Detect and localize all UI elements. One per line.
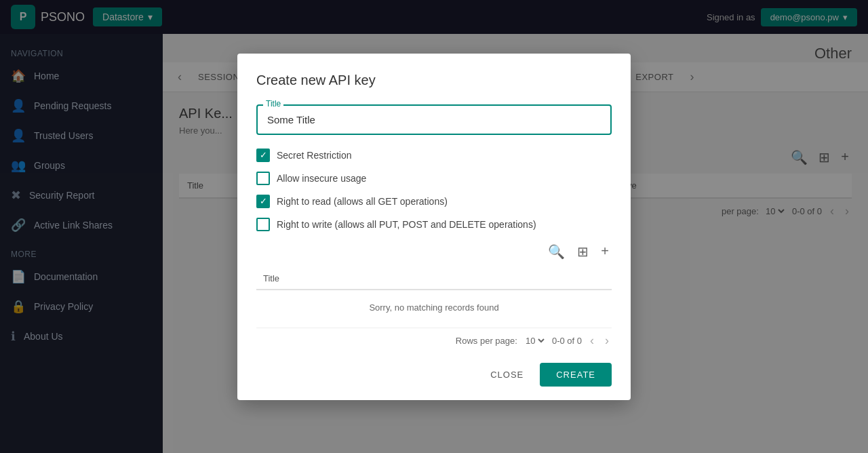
modal-columns-icon[interactable]: ⊞ — [574, 241, 591, 262]
checkbox-write-right[interactable]: Right to write (allows all PUT, POST and… — [256, 218, 612, 231]
checkbox-icon-allow-insecure[interactable] — [256, 172, 270, 185]
modal-action-row: CLOSE CREATE — [256, 357, 612, 387]
checkbox-label-allow-insecure: Allow insecure usage — [277, 173, 366, 184]
modal-pagination-range: 0-0 of 0 — [552, 336, 582, 346]
modal-col-title: Title — [256, 268, 612, 290]
modal-rows-per-page-label: Rows per page: — [456, 336, 517, 346]
checkbox-allow-insecure[interactable]: Allow insecure usage — [256, 172, 612, 185]
checkbox-icon-read-right[interactable] — [256, 195, 270, 208]
modal-search-icon[interactable]: 🔍 — [545, 241, 568, 262]
modal-title: Create new API key — [256, 73, 612, 88]
checkbox-read-right[interactable]: Right to read (allows all GET operations… — [256, 195, 612, 208]
modal-rows-per-page-select[interactable]: 10 25 50 — [523, 335, 547, 347]
title-field-label: Title — [263, 99, 283, 109]
title-form-field: Title — [256, 104, 612, 135]
title-input[interactable] — [256, 104, 612, 135]
checkbox-secret-restriction[interactable]: Secret Restriction — [256, 149, 612, 162]
create-button[interactable]: CREATE — [540, 363, 612, 387]
checkbox-icon-secret-restriction[interactable] — [256, 149, 270, 162]
no-records-row: Sorry, no matching records found — [256, 290, 612, 325]
modal-overlay: Create new API key Title Secret Restrict… — [0, 0, 868, 453]
modal-secrets-table: Title Sorry, no matching records found — [256, 268, 612, 325]
checkbox-icon-write-right[interactable] — [256, 218, 270, 231]
no-records-text: Sorry, no matching records found — [256, 290, 612, 325]
modal-prev-page-button[interactable]: ‹ — [587, 334, 597, 348]
create-api-key-modal: Create new API key Title Secret Restrict… — [237, 54, 631, 400]
modal-table-footer: Rows per page: 10 25 50 0-0 of 0 ‹ › — [256, 328, 612, 357]
checkbox-label-write-right: Right to write (allows all PUT, POST and… — [277, 219, 536, 230]
checkbox-label-secret-restriction: Secret Restriction — [277, 150, 351, 161]
modal-add-icon[interactable]: + — [598, 241, 612, 262]
modal-next-page-button[interactable]: › — [602, 334, 612, 348]
close-button[interactable]: CLOSE — [479, 364, 534, 385]
checkbox-label-read-right: Right to read (allows all GET operations… — [277, 196, 448, 207]
modal-inner-toolbar: 🔍 ⊞ + — [256, 241, 612, 262]
